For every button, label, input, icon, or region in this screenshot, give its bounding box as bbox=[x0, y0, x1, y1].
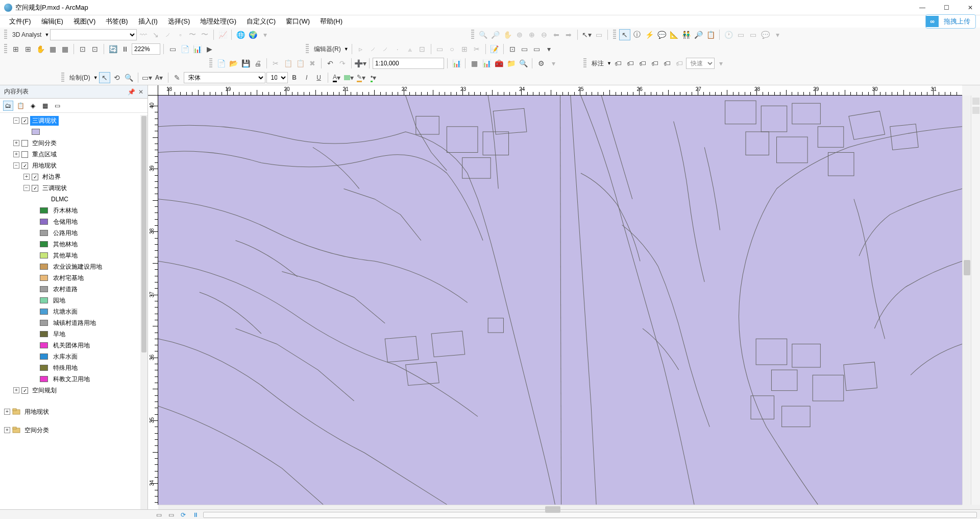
graph-icon[interactable]: 📊 bbox=[481, 58, 492, 69]
list-by-drawing-icon[interactable]: 🗂 bbox=[3, 101, 13, 111]
dataview-icon[interactable]: ▭ bbox=[167, 43, 178, 55]
clear-icon[interactable]: ▭ bbox=[593, 29, 604, 40]
toolbar-grip[interactable] bbox=[306, 44, 309, 54]
html-popup-icon[interactable]: 💬 bbox=[656, 29, 667, 40]
editor-label[interactable]: 编辑器(R) bbox=[312, 45, 343, 54]
menu-customize[interactable]: 自定义(C) bbox=[241, 16, 281, 27]
extent2-icon[interactable]: ⊡ bbox=[89, 43, 101, 55]
edit-line-icon[interactable]: ⟋ bbox=[368, 43, 379, 55]
draw-label[interactable]: 绘制(D) bbox=[67, 74, 92, 82]
steepest-icon[interactable]: ↘ bbox=[150, 29, 161, 40]
run-icon[interactable]: ▶ bbox=[204, 43, 215, 55]
map-scrollbar-horizontal[interactable] bbox=[158, 505, 962, 509]
scale-input[interactable] bbox=[373, 58, 444, 69]
fixedzoomout-icon[interactable]: ⊖ bbox=[538, 29, 550, 40]
search-icon[interactable]: 🔍 bbox=[518, 58, 529, 69]
grid1-icon[interactable]: ▦ bbox=[47, 43, 58, 55]
add-data-icon[interactable]: ➕▾ bbox=[355, 58, 366, 69]
edit-attrib-icon[interactable]: 📝 bbox=[489, 43, 500, 55]
layer-swatch[interactable] bbox=[32, 129, 40, 135]
expand-icon[interactable]: − bbox=[23, 185, 30, 191]
legend-row[interactable]: 特殊用地 bbox=[1, 362, 146, 373]
expand-icon[interactable]: + bbox=[4, 409, 10, 415]
legend-row[interactable]: 乔木林地 bbox=[1, 205, 146, 216]
fill-color-icon[interactable]: ▾ bbox=[344, 72, 355, 83]
toolbar-grip[interactable] bbox=[583, 58, 586, 68]
bold-icon[interactable]: B bbox=[289, 72, 300, 83]
legend-row[interactable]: 城镇村道路用地 bbox=[1, 317, 146, 328]
legend-row[interactable]: 公路用地 bbox=[1, 227, 146, 239]
contour-icon[interactable]: 〰 bbox=[138, 29, 149, 40]
layer-checkbox[interactable]: ✓ bbox=[21, 117, 28, 124]
extent1-icon[interactable]: ⊡ bbox=[77, 43, 88, 55]
fast-combo[interactable]: 快速 bbox=[686, 58, 715, 69]
menu-geoprocessing[interactable]: 地理处理(G) bbox=[195, 16, 241, 27]
los-icon[interactable]: ⟋ bbox=[162, 29, 174, 40]
toolbar-grip[interactable] bbox=[471, 30, 474, 40]
legend-row[interactable]: 农业设施建设用地 bbox=[1, 261, 146, 272]
refresh-icon[interactable]: 🔄 bbox=[107, 43, 118, 55]
pan-icon[interactable]: ✋ bbox=[502, 29, 513, 40]
legend-row[interactable]: 农村道路 bbox=[1, 284, 146, 295]
edit-vert-icon[interactable]: ⟁ bbox=[404, 43, 415, 55]
addlayer-icon[interactable]: ⊞ bbox=[22, 43, 34, 55]
point-icon[interactable]: ◦ bbox=[175, 29, 186, 40]
toolbar-grip[interactable] bbox=[61, 73, 64, 83]
expand-icon[interactable]: + bbox=[4, 427, 10, 433]
expand-icon[interactable]: − bbox=[13, 117, 19, 124]
label5-icon[interactable]: 🏷 bbox=[662, 58, 673, 69]
time-icon[interactable]: 🕐 bbox=[723, 29, 734, 40]
networks-icon[interactable]: ✋ bbox=[35, 43, 46, 55]
legend-row[interactable]: 仓储用地 bbox=[1, 216, 146, 227]
catalog-icon[interactable]: 📁 bbox=[505, 58, 517, 69]
expand-icon[interactable]: + bbox=[13, 387, 19, 393]
menu-window[interactable]: 窗口(W) bbox=[281, 16, 315, 27]
toc-tree[interactable]: − ✓ 三调现状 + 空间分类 + 重点区域 − ✓ 用地现状 bbox=[0, 113, 148, 509]
underline-icon[interactable]: U bbox=[313, 72, 325, 83]
layer-sdxz2[interactable]: 三调现状 bbox=[40, 183, 69, 193]
legend-row[interactable]: 旱地 bbox=[1, 328, 146, 340]
opts-icon[interactable]: ▾ bbox=[259, 29, 271, 40]
close-panel-icon[interactable]: ✕ bbox=[138, 88, 143, 96]
layer-checkbox[interactable]: ✓ bbox=[32, 174, 38, 180]
legend-row[interactable]: 坑塘水面 bbox=[1, 306, 146, 317]
report-icon[interactable]: 📊 bbox=[191, 43, 203, 55]
create-feat-icon[interactable]: ▭ bbox=[519, 43, 530, 55]
text-tool-icon[interactable]: A▾ bbox=[154, 72, 165, 83]
open-icon[interactable]: 📂 bbox=[228, 58, 239, 69]
fwd-icon[interactable]: ➡ bbox=[563, 29, 574, 40]
pin-icon[interactable]: 📌 bbox=[128, 88, 135, 96]
group-ydxz[interactable]: 用地现状 bbox=[22, 407, 51, 417]
label3-icon[interactable]: 🏷 bbox=[637, 58, 648, 69]
legend-row[interactable]: 其他草地 bbox=[1, 250, 146, 261]
minimize-button[interactable]: — bbox=[916, 3, 928, 12]
edit-point-icon[interactable]: · bbox=[392, 43, 403, 55]
hyperlink-icon[interactable]: ⚡ bbox=[644, 29, 655, 40]
edit-seg-icon[interactable]: ⊡ bbox=[416, 43, 428, 55]
edit-tool-icon[interactable]: ▹ bbox=[355, 43, 366, 55]
layer-kjfl[interactable]: 空间分类 bbox=[30, 138, 59, 148]
magnifier-icon[interactable]: 💬 bbox=[760, 29, 771, 40]
opts2-icon[interactable]: ▾ bbox=[772, 29, 783, 40]
toolbar-grip[interactable] bbox=[4, 44, 7, 54]
layoutview-icon[interactable]: 📄 bbox=[179, 43, 190, 55]
grid2-icon[interactable]: ▦ bbox=[59, 43, 70, 55]
edit-offset-icon[interactable]: ⊞ bbox=[459, 43, 470, 55]
font-color-icon[interactable]: A▾ bbox=[331, 72, 342, 83]
delete-icon[interactable]: ✖ bbox=[307, 58, 318, 69]
label1-icon[interactable]: 🏷 bbox=[612, 58, 624, 69]
label-opts-icon[interactable]: ▾ bbox=[716, 58, 727, 69]
menu-insert[interactable]: 插入(I) bbox=[133, 16, 163, 27]
label2-icon[interactable]: 🏷 bbox=[625, 58, 636, 69]
toolbar-grip[interactable] bbox=[4, 30, 7, 40]
menu-edit[interactable]: 编辑(E) bbox=[36, 16, 68, 27]
pause-icon[interactable]: ⏸ bbox=[119, 43, 131, 55]
save-icon[interactable]: 💾 bbox=[240, 58, 251, 69]
sidetool1-icon[interactable] bbox=[972, 98, 979, 105]
refresh-nav-icon[interactable]: ⟳ bbox=[179, 511, 188, 519]
map-scrollbar-vertical[interactable] bbox=[962, 96, 971, 505]
layer-checkbox[interactable] bbox=[21, 140, 28, 147]
goto-icon[interactable]: 📋 bbox=[705, 29, 716, 40]
fixedzoomin-icon[interactable]: ⊕ bbox=[526, 29, 537, 40]
select-elements-icon[interactable]: ↖▾ bbox=[581, 29, 592, 40]
